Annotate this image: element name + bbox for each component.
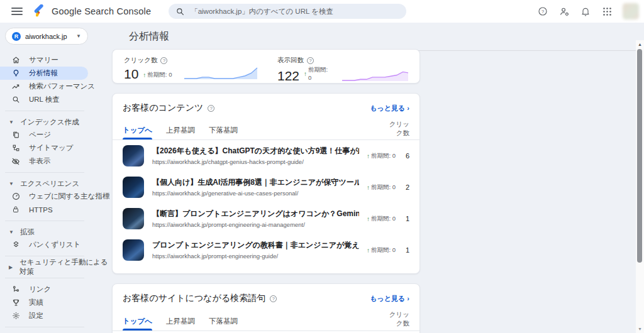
- row-delta: ↑前期間: 0: [367, 152, 396, 160]
- tab-rising[interactable]: 上昇基調: [166, 126, 195, 139]
- article-title: 【断言】プロンプトエンジニアリングはオワコンか？Gemini 3.0・ChatG…: [152, 209, 359, 219]
- sidebar-item-summary[interactable]: サマリー: [0, 53, 113, 67]
- help-icon[interactable]: ?: [537, 6, 548, 17]
- sidebar-section-security[interactable]: ▶ セキュリティと手動による対策: [0, 261, 113, 273]
- your-content-card: お客様のコンテンツ ? もっと見る › トップへ 上昇基調 下落基調 クリック数…: [112, 93, 420, 274]
- vertical-scrollbar[interactable]: ▲ ▼: [636, 40, 644, 333]
- help-icon[interactable]: ?: [270, 295, 277, 302]
- pages-icon: [11, 131, 20, 139]
- user-settings-icon[interactable]: [558, 6, 570, 17]
- sidebar-item-url-inspection[interactable]: URL 検査: [0, 93, 113, 106]
- tab-rising[interactable]: 上昇基調: [166, 317, 195, 330]
- sidebar-item-label: ウェブに関する主な指標: [29, 192, 109, 201]
- url-inspection-search[interactable]: 「aiworkhack.jp」内のすべての URL を検査: [169, 4, 406, 19]
- sidebar-item-sitemaps[interactable]: サイトマップ: [0, 141, 113, 155]
- scroll-down-arrow[interactable]: ▼: [636, 327, 644, 331]
- google-apps-grid-icon[interactable]: [601, 6, 613, 17]
- content-row[interactable]: 【断言】プロンプトエンジニアリングはオワコンか？Gemini 3.0・ChatG…: [123, 203, 409, 234]
- clicks-sparkline: [184, 66, 258, 80]
- help-icon[interactable]: ?: [160, 57, 167, 64]
- up-arrow-icon: ↑: [367, 216, 370, 222]
- tab-top[interactable]: トップへ: [123, 126, 152, 139]
- chevron-right-icon: ›: [407, 104, 409, 112]
- article-thumbnail: [123, 208, 144, 229]
- tab-falling[interactable]: 下落基調: [209, 317, 238, 330]
- clicks-column-header: クリック数: [383, 120, 409, 139]
- sidebar-section-experience[interactable]: ▼ エクスペリエンス: [0, 177, 113, 190]
- sitemap-icon: [11, 144, 20, 153]
- home-icon: [11, 56, 20, 65]
- metric-delta: ↑ 前期間: 0: [304, 66, 330, 83]
- row-delta: ↑前期間: 0: [367, 246, 396, 254]
- metric-value: 122: [277, 69, 299, 83]
- scroll-up-arrow[interactable]: ▲: [636, 42, 644, 46]
- sidebar-item-https[interactable]: HTTPS: [0, 203, 113, 216]
- sidebar-section-label: 拡張: [20, 227, 35, 237]
- sidebar-item-core-web-vitals[interactable]: ウェブに関する主な指標: [0, 190, 113, 203]
- trending-up-icon: [11, 82, 20, 91]
- article-thumbnail: [123, 145, 144, 166]
- see-more-link[interactable]: もっと見る ›: [370, 294, 409, 303]
- help-icon[interactable]: ?: [307, 57, 314, 64]
- article-title: 【2026年も使える】ChatGPTの天才的な使い方9選！仕事が劇的に速くなるプ…: [152, 146, 359, 156]
- content-row[interactable]: 【個人向け】生成AI活用事例8選｜非エンジニアが保守ツールを自作した実体験も公開…: [123, 172, 409, 203]
- sidebar-item-performance[interactable]: 検索パフォーマンス: [0, 80, 113, 93]
- article-url: https://aiworkhack.jp/prompt-engineering…: [152, 221, 359, 228]
- up-arrow-icon: ↑: [367, 184, 370, 191]
- menu-icon[interactable]: [11, 8, 23, 15]
- up-arrow-icon: ↑: [367, 247, 370, 254]
- article-thumbnail: [123, 239, 144, 261]
- divider: [5, 278, 84, 278]
- tab-falling[interactable]: 下落基調: [209, 126, 238, 139]
- search-queries-card: お客様のサイトにつながる検索語句 ? もっと見る › トップへ 上昇基調 下落基…: [112, 283, 420, 333]
- sidebar-item-removals[interactable]: 非表示: [0, 155, 113, 168]
- sidebar-item-achievements[interactable]: 実績: [0, 296, 113, 309]
- product-logo-text: Google Search Console: [52, 6, 151, 16]
- sidebar-section-indexing[interactable]: ▼ インデックス作成: [0, 116, 113, 128]
- property-selector[interactable]: R aiworkhack.jp ▼: [5, 28, 88, 45]
- sidebar-item-label: ページ: [29, 130, 51, 139]
- scrollbar-thumb[interactable]: [637, 49, 642, 263]
- sidebar-item-breadcrumbs[interactable]: パンくずリスト: [0, 238, 113, 251]
- chevron-down-icon: ▼: [9, 119, 15, 125]
- sidebar-item-label: リンク: [29, 285, 51, 294]
- sidebar-item-pages[interactable]: ページ: [0, 128, 113, 141]
- impressions-sparkline: [341, 68, 408, 82]
- svg-text:?: ?: [541, 9, 544, 14]
- sidebar-item-links[interactable]: リンク: [0, 283, 113, 296]
- up-arrow-icon: ↑: [367, 153, 370, 160]
- chevron-down-icon: ▼: [9, 181, 15, 187]
- lightbulb-icon: [11, 69, 20, 78]
- metric-clicks: クリック数 ? 10 ↑ 前期間: 0: [124, 56, 266, 78]
- sidebar-section-enhancements[interactable]: ▼ 拡張: [0, 226, 113, 238]
- account-avatar[interactable]: [623, 3, 639, 19]
- row-clicks: 2: [402, 183, 409, 191]
- row-delta: ↑前期間: 0: [367, 215, 396, 223]
- help-icon[interactable]: ?: [208, 105, 214, 112]
- section-title: お客様のサイトにつながる検索語句 ?: [123, 293, 277, 304]
- metrics-card: クリック数 ? 10 ↑ 前期間: 0 表示回数 ? 122 ↑: [112, 49, 420, 84]
- sidebar-item-label: HTTPS: [29, 206, 53, 214]
- query-row-redacted[interactable]: [123, 331, 409, 333]
- gear-icon: [11, 312, 20, 320]
- article-url: https://aiworkhack.jp/prompt-engineering…: [152, 253, 359, 259]
- breadcrumbs-icon: [11, 241, 20, 249]
- sidebar-item-label: 分析情報: [29, 68, 58, 78]
- article-title: プロンプトエンジニアリングの教科書｜非エンジニアが覚えるべき6つの型: [152, 241, 359, 251]
- sidebar-item-label: 非表示: [29, 156, 51, 166]
- notifications-bell-icon[interactable]: [580, 6, 591, 17]
- sidebar-item-settings[interactable]: 設定: [0, 309, 113, 322]
- chevron-down-icon: ▼: [9, 229, 15, 235]
- content-row[interactable]: 【2026年も使える】ChatGPTの天才的な使い方9選！仕事が劇的に速くなるプ…: [123, 140, 409, 172]
- metric-label: クリック数: [124, 56, 157, 65]
- speedometer-icon: [11, 192, 20, 201]
- product-logo[interactable]: Google Search Console: [33, 4, 151, 18]
- chevron-right-icon: ▶: [9, 265, 14, 270]
- content-row[interactable]: プロンプトエンジニアリングの教科書｜非エンジニアが覚えるべき6つの型 https…: [123, 234, 409, 266]
- metric-impressions: 表示回数 ? 122 ↑ 前期間: 0: [266, 56, 408, 78]
- see-more-link[interactable]: もっと見る ›: [370, 104, 409, 113]
- row-clicks: 1: [402, 215, 409, 222]
- tab-top[interactable]: トップへ: [123, 317, 152, 330]
- sidebar-item-insights[interactable]: 分析情報: [0, 67, 88, 80]
- row-delta: ↑前期間: 0: [367, 183, 396, 192]
